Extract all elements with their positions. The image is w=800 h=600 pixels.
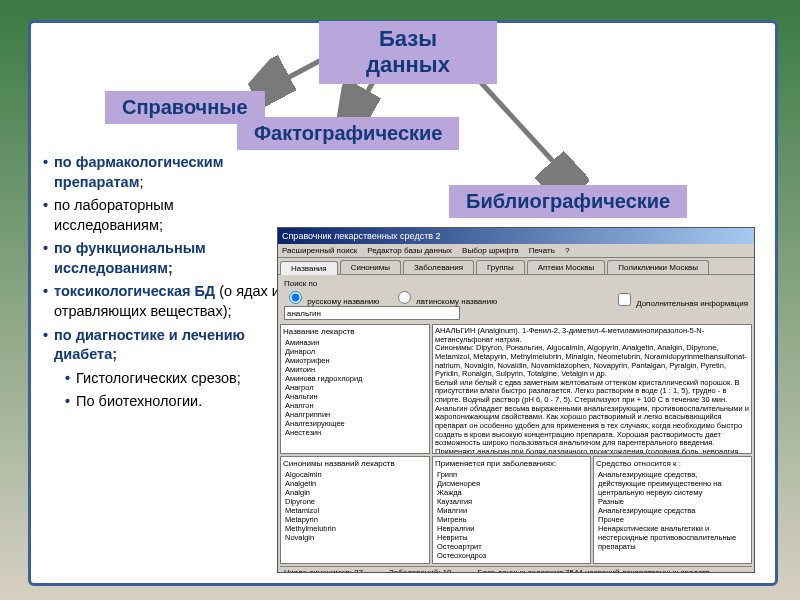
list-item[interactable]: Остеохондроз <box>435 551 588 560</box>
tab[interactable]: Названия <box>280 261 338 275</box>
svg-line-0 <box>263 57 327 91</box>
search-input[interactable] <box>284 306 460 320</box>
list-item[interactable]: Анальгезирующие средства <box>596 506 749 515</box>
menu-item[interactable]: Печать <box>529 246 555 255</box>
app-statusbar: Число синонимов: 27 Заболеваний: 10 База… <box>280 566 752 573</box>
menu-item[interactable]: Редактор базы данных <box>367 246 452 255</box>
list-item[interactable]: Ненаркотические анальгетики и нестероидн… <box>596 524 749 551</box>
branch-bibliographic: Библиографические <box>449 185 687 218</box>
groups-list[interactable]: Средство относится к : Анальгезирующие с… <box>593 456 752 564</box>
list-item[interactable]: Analgin <box>283 488 427 497</box>
list-item[interactable]: Динарол <box>283 347 427 356</box>
list-item[interactable]: Прочее <box>596 515 749 524</box>
list-item[interactable]: Novalgin <box>283 533 427 542</box>
app-tabs[interactable]: НазванияСинонимыЗаболеванияГруппыАптеки … <box>278 258 754 275</box>
branch-factographic: Фактографические <box>237 117 459 150</box>
menu-item[interactable]: Выбор шрифта <box>462 246 519 255</box>
list-item[interactable]: Амиотрифен <box>283 356 427 365</box>
list-item[interactable]: Metamizol <box>283 506 427 515</box>
menu-item[interactable]: Расширенный поиск <box>282 246 357 255</box>
list-item[interactable]: Metapyrin <box>283 515 427 524</box>
embedded-app-window: Справочник лекарственных средств 2 Расши… <box>277 227 755 573</box>
app-title: Справочник лекарственных средств 2 <box>282 231 441 241</box>
search-radio-russian[interactable]: русскому названию <box>284 297 379 306</box>
list-item[interactable]: Аналгриппин <box>283 410 427 419</box>
list-item[interactable]: Анагрол <box>283 383 427 392</box>
list-item[interactable]: Анальгезирующие средства, действующие пр… <box>596 470 749 497</box>
tab[interactable]: Поликлиники Москвы <box>607 260 709 274</box>
app-search-panel: Поиск по русскому названию латинскому на… <box>278 275 754 324</box>
list-item[interactable]: Algocalmin <box>283 470 427 479</box>
extra-info-checkbox[interactable]: Дополнительная информация <box>614 299 748 308</box>
list-item[interactable]: Analgetin <box>283 479 427 488</box>
menu-item[interactable]: ? <box>565 246 569 255</box>
list-item[interactable]: Анальгин <box>283 392 427 401</box>
list-item[interactable]: Аминова гидрохлорид <box>283 374 427 383</box>
list-item[interactable]: Жажда <box>435 488 588 497</box>
list-item[interactable]: Грипп <box>435 470 588 479</box>
list-item[interactable]: Невриты <box>435 533 588 542</box>
tab[interactable]: Синонимы <box>340 260 401 274</box>
list-item[interactable]: Дисменорея <box>435 479 588 488</box>
list-item[interactable]: Аналгон <box>283 401 427 410</box>
uses-list[interactable]: Применяется при заболеваниях: ГриппДисме… <box>432 456 591 564</box>
drug-description[interactable]: АНАЛЬГИН (Analginum). 1-Фенил-2, 3-димет… <box>432 324 752 454</box>
list-item[interactable]: Dipyrone <box>283 497 427 506</box>
tab[interactable]: Аптеки Москвы <box>527 260 606 274</box>
list-item[interactable]: Амитоин <box>283 365 427 374</box>
list-item[interactable]: Мигрень <box>435 515 588 524</box>
list-item[interactable]: Невралгии <box>435 524 588 533</box>
tab[interactable]: Заболевания <box>403 260 474 274</box>
reference-bullets: •по фармакологическим препаратам;•по лаб… <box>43 153 283 416</box>
list-item[interactable]: Аналгезирующее <box>283 419 427 428</box>
app-menubar[interactable]: Расширенный поискРедактор базы данныхВыб… <box>278 244 754 258</box>
root-node: Базы данных <box>319 21 497 84</box>
list-item[interactable]: Methylmelubrin <box>283 524 427 533</box>
search-radio-latin[interactable]: латинскому названию <box>393 297 498 306</box>
search-label: Поиск по <box>284 279 317 288</box>
list-item[interactable]: Каузалгия <box>435 497 588 506</box>
synonym-list[interactable]: Синонимы названий лекарств AlgocalminAna… <box>280 456 430 564</box>
tab[interactable]: Группы <box>476 260 525 274</box>
slide-panel: Базы данных Справочные Фактографические … <box>28 20 778 586</box>
drug-name-list[interactable]: Название лекарств АминазинДинаролАмиотри… <box>280 324 430 454</box>
list-item[interactable]: Анестезин <box>283 428 427 437</box>
list-item[interactable]: Разные <box>596 497 749 506</box>
list-item[interactable]: Остеоартрит <box>435 542 588 551</box>
list-item[interactable]: Аминазин <box>283 338 427 347</box>
list-item[interactable]: Миалгии <box>435 506 588 515</box>
app-titlebar: Справочник лекарственных средств 2 <box>278 228 754 244</box>
